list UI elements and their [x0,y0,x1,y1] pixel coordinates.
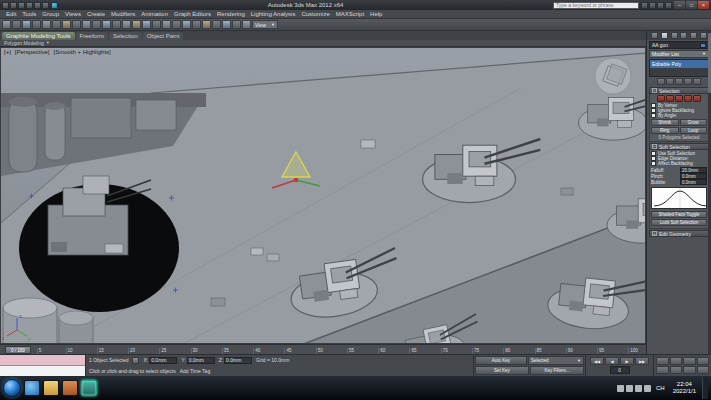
soft-selection-button-shaded-face-toggle[interactable]: Shaded Face Toggle [651,211,707,218]
toolbar-icon-select-and-uniform-scale[interactable] [62,20,71,29]
language-indicator[interactable]: CH [654,385,667,391]
panel-tab-motion[interactable] [680,32,687,39]
stack-button-configure-modifier-sets[interactable] [693,78,701,85]
toolbar-icon-graphite-modeling-ribbon-toggle[interactable] [182,20,191,29]
spinner-bubble[interactable]: Bubble: 0.0mm [651,179,707,185]
qat-icon-undo[interactable] [26,2,33,9]
auto-key-button[interactable]: Auto Key [475,356,527,365]
x-coordinate-field[interactable]: 0.0mm [149,357,177,364]
selection-button-grow[interactable]: Grow [680,119,708,126]
maxscript-mini-listener[interactable] [0,355,86,376]
nav-icon-zoom-region[interactable] [697,357,710,365]
toolbar-icon-use-pivot-point-center[interactable] [72,20,81,29]
modifier-stack[interactable]: Editable Poly [649,59,709,77]
nav-icon-maximize-viewport-toggle[interactable] [697,366,710,374]
toolbar-icon-render-setup[interactable] [222,20,231,29]
toolbar-icon-layer-manager[interactable] [172,20,181,29]
panel-tab-create[interactable] [651,32,658,39]
toolbar-icon-spinner-snap-toggle[interactable] [132,20,141,29]
menu-modifiers[interactable]: Modifiers [108,10,138,18]
toolbar-icon-curve-editor[interactable] [192,20,201,29]
viewport-general-menu[interactable]: [+] [4,49,11,55]
menu-lighting-analysis[interactable]: Lighting Analysis [248,10,299,18]
transport-previous-frame[interactable]: ◀ [605,357,619,365]
toolbar-icon-align[interactable] [162,20,171,29]
maximize-button[interactable]: □ [686,1,697,9]
stack-item-editable-poly[interactable]: Editable Poly [650,60,708,68]
toolbar-icon-edit-named-selection-sets[interactable] [142,20,151,29]
infocenter-search-input[interactable]: Type a keyword or phrase [553,2,639,9]
start-button[interactable] [3,379,21,397]
perspective-viewport[interactable]: x y z [+] [Perspective] [Smooth + Highli… [0,47,646,344]
taskbar-icon-internet-explorer[interactable] [24,380,40,396]
stack-button-show-end-result[interactable] [666,78,674,85]
infocenter-icon-help[interactable] [665,2,672,9]
menu-help[interactable]: Help [367,10,385,18]
object-color-swatch[interactable] [700,43,706,48]
transport-play-animation[interactable]: ▶ [620,357,634,365]
ribbon-tab-graphite-modeling-tools[interactable]: Graphite Modeling Tools [2,32,75,40]
spinner-value[interactable]: 0.0mm [680,179,707,185]
tray-icon-action-center[interactable] [617,385,624,392]
ribbon-panel-label[interactable]: Polygon Modeling [4,40,44,46]
qat-icon-scene-selector[interactable] [42,2,49,9]
toolbar-icon-angle-snap-toggle[interactable] [112,20,121,29]
viewport-label[interactable]: [+] [Perspective] [Smooth + Highlights] [4,49,111,55]
toolbar-icon-material-editor[interactable] [212,20,221,29]
set-key-button[interactable]: Set Key [475,366,529,375]
checkbox[interactable] [651,113,656,118]
toolbar-icon-snaps-toggle[interactable] [102,20,111,29]
reference-coordinate-system-dropdown[interactable]: View▼ [252,20,278,29]
infocenter-icon-search[interactable] [641,2,648,9]
subobject-icon-element[interactable] [693,95,701,102]
subobject-icon-edge[interactable] [666,95,674,102]
modifier-list-dropdown[interactable]: Modifier List ▼ [649,50,709,58]
selection-rollout-header[interactable]: − Selection [649,87,709,94]
key-filters-button[interactable]: Key Filters... [530,366,584,375]
panel-tab-hierarchy[interactable] [671,32,678,39]
current-frame-field[interactable]: 0 [610,366,630,374]
toolbar-icon-mirror[interactable] [152,20,161,29]
stack-button-make-unique[interactable] [675,78,683,85]
app-logo-icon[interactable] [51,2,58,9]
add-time-tag[interactable]: Add Time Tag [180,368,210,374]
qat-icon-save-file[interactable] [18,2,25,9]
toolbar-icon-window-crossing-toggle[interactable] [32,20,41,29]
soft-selection-rollout-header[interactable]: − Soft Selection [649,143,709,150]
toolbar-icon-select-and-manipulate[interactable] [82,20,91,29]
soft-selection-check-affect-backfacing[interactable]: Affect Backfacing [651,161,707,166]
stack-button-pin-stack[interactable] [657,78,665,85]
transport-next-frame[interactable]: ▶▶ [635,357,649,365]
tray-icon-network[interactable] [626,385,633,392]
menu-views[interactable]: Views [62,10,84,18]
ribbon-tab-object-paint[interactable]: Object Paint [143,32,184,40]
toolbar-icon-percent-snap-toggle[interactable] [122,20,131,29]
nav-icon-field-of-view[interactable] [683,366,696,374]
taskbar-icon-media-player[interactable] [62,380,78,396]
toolbar-icon-schematic-view[interactable] [202,20,211,29]
taskbar-icon-3ds-max-running[interactable] [81,380,97,396]
selection-lock-icon[interactable] [132,357,139,364]
selection-button-loop[interactable]: Loop [680,127,708,134]
infocenter-icon-star-favorites[interactable] [649,2,656,9]
toolbar-icon-render-production[interactable] [242,20,251,29]
selection-button-shrink[interactable]: Shrink [651,119,679,126]
selection-set-dropdown[interactable]: Selected ▼ [528,356,584,365]
minimize-button[interactable]: – [674,1,685,9]
show-desktop-button[interactable] [702,377,708,399]
toolbar-icon-select-and-move[interactable] [42,20,51,29]
toolbar-icon-rectangular-selection-region[interactable] [22,20,31,29]
toolbar-icon-rendered-frame-window[interactable] [232,20,241,29]
ribbon-tab-selection[interactable]: Selection [109,32,142,40]
subobject-icon-polygon[interactable] [684,95,692,102]
z-coordinate-field[interactable]: 0.0mm [224,357,252,364]
edit-geometry-rollout-header[interactable]: + Edit Geometry [649,230,709,237]
nav-icon-zoom-all[interactable] [670,357,683,365]
nav-icon-pan-view[interactable] [656,366,669,374]
panel-tab-modify[interactable] [661,32,668,39]
menu-graph-editors[interactable]: Graph Editors [171,10,214,18]
y-coordinate-field[interactable]: 0.0mm [187,357,215,364]
object-name-field[interactable]: AA gun [649,41,709,49]
qat-icon-redo[interactable] [34,2,41,9]
viewport-shading-menu[interactable]: [Smooth + Highlights] [54,49,111,55]
